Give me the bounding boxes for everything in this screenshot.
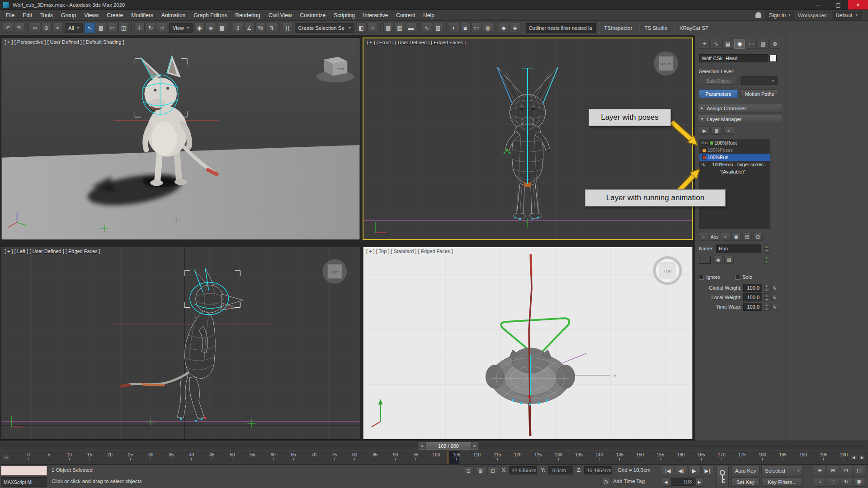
curve-editor-icon[interactable]: ∿: [422, 23, 432, 33]
render-plugin-alt-icon[interactable]: ◈: [510, 23, 520, 33]
render-plugin-icon[interactable]: ◆: [499, 23, 509, 33]
layer-explorer-icon[interactable]: ▥: [395, 23, 405, 33]
y-coord-field[interactable]: -0,0cm: [548, 466, 573, 474]
viewport-label[interactable]: [ + ] [ Front ] [ User Defined ] [ Edged…: [367, 40, 466, 45]
render-production-icon[interactable]: ◍: [483, 23, 493, 33]
window-crossing-icon[interactable]: ◫: [118, 23, 129, 33]
rectangular-selection-icon[interactable]: ▭: [107, 23, 118, 33]
track-bar[interactable]: ∿ 05101520253035404550556065707580859095…: [0, 450, 868, 465]
set-key-button[interactable]: Set Key: [731, 477, 760, 487]
motion-paths-button[interactable]: Motion Paths: [741, 89, 778, 98]
weight-spinner[interactable]: ▴ ▾: [764, 293, 769, 301]
scene-explorer-icon[interactable]: ▤: [383, 23, 394, 33]
enable-anim-layers-icon[interactable]: ▶: [699, 127, 710, 135]
layer-output-icon[interactable]: ▨: [724, 256, 734, 264]
weight-value-field[interactable]: 103,0: [743, 303, 762, 311]
isolate-selection-icon[interactable]: ⊟: [463, 466, 474, 475]
previous-frame-mini-button[interactable]: <: [419, 442, 426, 450]
orbit-icon[interactable]: ↻: [840, 477, 852, 487]
maxscript-mini-listener-input[interactable]: [1, 466, 47, 475]
layer-run[interactable]: 100%Run: [699, 154, 770, 161]
unlink-selection-icon[interactable]: ⊘: [41, 23, 52, 33]
sub-object-button[interactable]: Sub-Object: [699, 77, 738, 85]
previous-key-button[interactable]: ◀: [662, 477, 670, 487]
object-color-swatch[interactable]: [769, 55, 777, 62]
menu-item[interactable]: Civil View: [264, 10, 296, 20]
motion-tab-icon[interactable]: ◉: [734, 39, 745, 49]
previous-key-icon[interactable]: ◀: [850, 454, 857, 461]
menu-item[interactable]: Views: [80, 10, 103, 20]
play-button[interactable]: ▶: [688, 466, 700, 475]
go-to-start-button[interactable]: |◀: [662, 466, 674, 475]
bind-to-spacewarp-icon[interactable]: ≈: [52, 23, 63, 33]
layer-manager-rollout[interactable]: ▼ Layer Manager: [697, 115, 782, 123]
viewport-perspective[interactable]: [ + ] [ Perspective ] [ User Defined ] […: [1, 38, 360, 240]
layer-poses[interactable]: 100%Poses: [699, 146, 770, 154]
menu-item[interactable]: File: [2, 10, 19, 20]
copy-layer-icon[interactable]: ▣: [731, 233, 741, 241]
delete-layer-icon[interactable]: ×: [721, 233, 730, 241]
menu-item[interactable]: Scripting: [330, 10, 359, 20]
viewport-label[interactable]: [ + ] [ Perspective ] [ User Defined ] […: [5, 39, 124, 45]
display-tab-icon[interactable]: ▭: [746, 39, 757, 49]
menu-item[interactable]: Tools: [36, 10, 57, 20]
viewcube[interactable]: LEFT: [323, 259, 347, 284]
sign-in-button[interactable]: Sign In ▾: [765, 11, 794, 19]
zoom-extents-icon[interactable]: ⊡: [840, 466, 852, 475]
viewcube[interactable]: FRONT: [654, 52, 678, 76]
weight-value-field[interactable]: 100,0: [743, 284, 762, 292]
viewport-label[interactable]: [ + ] [ Top ] [ Standard ] [ Edged Faces…: [366, 249, 453, 254]
add-time-tag[interactable]: Add Time Tag: [613, 479, 645, 484]
spin-up-icon[interactable]: ▴: [764, 244, 769, 249]
menu-item[interactable]: Content: [392, 10, 419, 20]
ribbon-toggle-icon[interactable]: ▬: [406, 23, 416, 33]
selection-lock-icon[interactable]: ⊠: [475, 466, 486, 475]
next-key-button[interactable]: ▶: [695, 477, 703, 487]
select-rotate-icon[interactable]: ↻: [146, 23, 156, 33]
menu-item[interactable]: Edit: [19, 10, 36, 20]
layer-add-spinner[interactable]: ▴ ▾: [764, 256, 769, 264]
zoom-all-icon[interactable]: ⊞: [827, 466, 839, 475]
object-name-field[interactable]: Wolf-CSk- Head: [699, 54, 768, 62]
current-frame-field[interactable]: 103: [671, 478, 694, 486]
viewport-canvas-front[interactable]: FRONT: [363, 38, 692, 239]
named-selection-set-dropdown[interactable]: Create Selection Se ▾: [295, 23, 354, 33]
paste-layer-icon[interactable]: ▤: [742, 233, 752, 241]
select-manipulate-icon[interactable]: ◈: [206, 23, 216, 33]
zoom-extents-all-icon[interactable]: ◱: [853, 466, 865, 475]
viewcube[interactable]: TOP: [655, 258, 681, 284]
menu-item[interactable]: Graph Editors: [189, 10, 231, 20]
viewport-left[interactable]: [ + ] [ Left ] [ User Defined ] [ Edged …: [1, 247, 360, 440]
anim-layer-properties-icon[interactable]: ≡: [723, 127, 734, 135]
menu-item[interactable]: Help: [419, 10, 439, 20]
sub-object-level-dropdown[interactable]: ▾: [741, 76, 778, 85]
create-tab-icon[interactable]: +: [699, 39, 710, 49]
spin-up-icon[interactable]: ▴: [764, 303, 769, 307]
menu-item[interactable]: Create: [103, 10, 127, 20]
layer-available[interactable]: "(Available)": [699, 168, 770, 175]
time-slider-handle[interactable]: < 103 / 200 >: [419, 442, 478, 450]
menu-item[interactable]: Animation: [157, 10, 189, 20]
select-by-name-icon[interactable]: ▤: [96, 23, 106, 33]
time-slider[interactable]: < 103 / 200 >: [0, 441, 868, 450]
key-filters-button[interactable]: Key Filters...: [761, 477, 803, 487]
minimize-button[interactable]: ─: [808, 0, 828, 9]
modify-tab-icon[interactable]: ∿: [711, 39, 722, 49]
checkbox-icon[interactable]: [699, 275, 704, 280]
absolute-mode-icon[interactable]: ⊡: [487, 466, 498, 475]
use-pivot-center-icon[interactable]: ◉: [194, 23, 205, 33]
weight-curve-button[interactable]: ∿: [771, 304, 778, 310]
layer-root[interactable]: Abs 100%Root: [699, 139, 770, 146]
spin-down-icon[interactable]: ▾: [764, 249, 769, 253]
viewport-front[interactable]: [ + ] [ Front ] [ User Defined ] [ Edged…: [363, 38, 693, 240]
snap-toggle-icon[interactable]: 3: [233, 23, 243, 33]
layer-name-spinner[interactable]: ▴ ▾: [764, 244, 769, 253]
checkbox-icon[interactable]: [735, 275, 740, 280]
auto-key-button[interactable]: Auto Key: [731, 466, 760, 475]
plugin-toolbar-tab[interactable]: TS Studio: [639, 23, 672, 33]
schematic-view-icon[interactable]: ▧: [433, 23, 443, 33]
weight-curve-button[interactable]: ∿: [771, 285, 778, 291]
render-setup-icon[interactable]: ◙: [460, 23, 471, 33]
redo-icon[interactable]: ↷: [14, 23, 24, 33]
menu-item[interactable]: Interactive: [359, 10, 392, 20]
